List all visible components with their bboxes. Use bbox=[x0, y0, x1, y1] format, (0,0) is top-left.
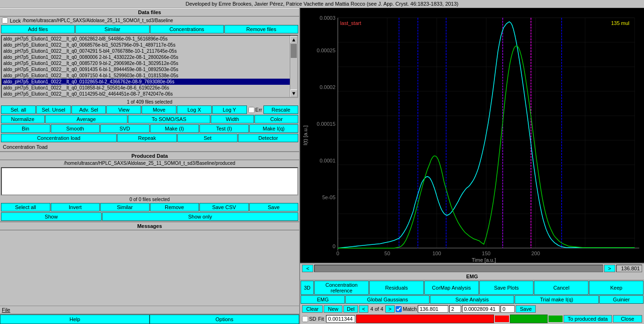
concentration-load-button[interactable]: Concentration load bbox=[1, 134, 117, 142]
nav-right-button[interactable]: > bbox=[604, 265, 615, 272]
sel-unsel-button[interactable]: Sel. Unsel bbox=[36, 105, 71, 114]
nav-right2-button[interactable]: > bbox=[385, 305, 395, 313]
log-x-button[interactable]: Log X bbox=[177, 105, 212, 114]
to-produced-button[interactable]: To produced data bbox=[564, 315, 612, 323]
control-row-4: Concentration load Repeak Set Detector bbox=[1, 134, 298, 142]
view-button[interactable]: View bbox=[106, 105, 141, 114]
save-produced-button[interactable]: Save bbox=[249, 203, 299, 211]
bottom-controls: < > 136.801 EMG 3D Concentration referen… bbox=[300, 263, 644, 324]
color-button[interactable]: Color bbox=[254, 115, 298, 123]
test-it-button[interactable]: Test (I) bbox=[199, 124, 249, 133]
adv-sel-button[interactable]: Adv. Sel bbox=[72, 105, 106, 114]
tab-3d-button[interactable]: 3D bbox=[301, 281, 314, 295]
rescale-button[interactable]: Rescale bbox=[263, 105, 298, 114]
match-checkbox[interactable] bbox=[396, 306, 402, 312]
sel-all-button[interactable]: Sel. all bbox=[1, 105, 36, 114]
svg-text:200: 200 bbox=[532, 251, 540, 256]
svd-button[interactable]: SVD bbox=[100, 124, 150, 133]
select-all-button[interactable]: Select all bbox=[1, 203, 50, 211]
emg-slider-track[interactable] bbox=[314, 265, 603, 272]
emg-slider-row: < > 136.801 bbox=[300, 264, 644, 273]
tab-global-gaussians-button[interactable]: Global Gaussians bbox=[345, 295, 429, 304]
err-checkbox[interactable] bbox=[248, 107, 254, 113]
sd-checkbox[interactable] bbox=[302, 316, 308, 322]
file-item-8[interactable]: aldo_pH7p5_Elution1_0022__lt_q0_010858-b… bbox=[2, 85, 290, 91]
file-item-1[interactable]: aldo_pH7p5_Elution1_0022__lt_q0_0068576e… bbox=[2, 42, 290, 48]
normalize-button[interactable]: Normalize bbox=[1, 115, 45, 123]
file-item-0[interactable]: aldo_pH7p5_Elution1_0022__lt_q0_0062862-… bbox=[2, 36, 290, 42]
remove-button[interactable]: Remove bbox=[150, 203, 199, 211]
save-params-button[interactable]: Save bbox=[516, 305, 536, 313]
similar-button[interactable]: Similar bbox=[75, 25, 149, 33]
help-button[interactable]: Help bbox=[0, 315, 150, 324]
file-item-6[interactable]: aldo_pH7p5_Elution1_0022__lt_q0_0097150 … bbox=[2, 73, 290, 79]
repeak-button[interactable]: Repeak bbox=[117, 134, 177, 142]
set-button[interactable]: Set bbox=[177, 134, 238, 142]
file-item-9[interactable]: aldo_pH7p5_Elution1_0022__lt_q0_0114295-… bbox=[2, 91, 290, 97]
move-button[interactable]: Move bbox=[142, 105, 176, 114]
to-somo-sas-button[interactable]: To SOMO/SAS bbox=[128, 115, 210, 123]
remove-files-button[interactable]: Remove files bbox=[224, 25, 298, 33]
produced-path: /home/ultrascan/HPLC_SAXS/Aldolase_25_11… bbox=[0, 160, 299, 166]
tab-cancel-button[interactable]: Cancel bbox=[534, 281, 588, 295]
file-item-3[interactable]: aldo_pH7p5_Elution1_0022__lt_q0_0080006 … bbox=[2, 54, 290, 60]
file-item-2[interactable]: aldo_pH7p5_Elution1_0022__lt_q0_0074291 … bbox=[2, 48, 290, 54]
detector-button[interactable]: Detector bbox=[238, 134, 298, 142]
nav-left-button[interactable]: < bbox=[302, 265, 313, 272]
file-item-4[interactable]: aldo_pH7p5_Elution1_0022__lt_q0_0085720 … bbox=[2, 60, 290, 66]
tab-concentration-reference-button[interactable]: Concentration reference bbox=[314, 281, 369, 295]
left-panel: Data files Lock /home/ultrascan/HPLC_SAX… bbox=[0, 8, 300, 324]
file-item-7[interactable]: aldo_pH7p5_Elution1_0022__lt_q0_0102865-… bbox=[2, 79, 290, 85]
tab-keep-button[interactable]: Keep bbox=[589, 281, 644, 295]
tab-guinier-button[interactable]: Guinier bbox=[599, 295, 644, 304]
add-files-button[interactable]: Add files bbox=[1, 25, 75, 33]
file-item-5[interactable]: aldo_pH7p5_Elution1_0022__lt_q0_0091435 … bbox=[2, 66, 290, 73]
tab-residuals-button[interactable]: Residuals bbox=[369, 281, 424, 295]
concentrations-button[interactable]: Concentrations bbox=[150, 25, 224, 33]
svg-rect-0 bbox=[300, 8, 644, 263]
lock-checkbox[interactable] bbox=[2, 17, 8, 24]
lock-row: Lock /home/ultrascan/HPLC_SAXS/Aldolase_… bbox=[0, 16, 299, 24]
file-list[interactable]: aldo_pH7p5_Elution1_0022__lt_q0_0062862-… bbox=[2, 36, 290, 97]
tab-row-2: EMG Global Gaussians Scale Analysis Tria… bbox=[301, 295, 644, 304]
del-button[interactable]: Del bbox=[343, 305, 358, 313]
file-menu-item[interactable]: File bbox=[2, 307, 10, 313]
width-button[interactable]: Width bbox=[211, 115, 254, 123]
save-csv-button[interactable]: Save CSV bbox=[199, 203, 249, 211]
options-button[interactable]: Options bbox=[150, 315, 299, 324]
show-button[interactable]: Show bbox=[1, 212, 102, 221]
smooth-button[interactable]: Smooth bbox=[51, 124, 100, 133]
param-val-input[interactable] bbox=[462, 305, 500, 313]
sd-label: SD bbox=[309, 316, 316, 322]
svg-text:5e-05: 5e-05 bbox=[322, 194, 335, 200]
svg-text:0.00025: 0.00025 bbox=[317, 47, 335, 53]
scroll-up-arrow[interactable]: ▲ bbox=[290, 36, 297, 43]
tab-trial-make-button[interactable]: Trial make I(q) bbox=[515, 295, 599, 304]
param2-input[interactable] bbox=[449, 305, 461, 313]
bin-button[interactable]: Bin bbox=[1, 124, 50, 133]
tab-cormap-button[interactable]: CorMap Analysis bbox=[424, 281, 479, 295]
param0-input[interactable] bbox=[501, 305, 515, 313]
red-value: 0 bbox=[495, 316, 509, 322]
show-only-button[interactable]: Show only bbox=[102, 212, 298, 221]
average-button[interactable]: Average bbox=[45, 115, 127, 123]
tab-row-1: 3D Concentration reference Residuals Cor… bbox=[301, 281, 644, 295]
file-scrollbar[interactable]: ▲ ▼ bbox=[290, 36, 297, 97]
invert-button[interactable]: Invert bbox=[51, 203, 100, 211]
produced-file-list[interactable] bbox=[1, 167, 298, 195]
make-it-button[interactable]: Make (I) bbox=[150, 124, 199, 133]
tab-emg-button[interactable]: EMG bbox=[301, 295, 345, 304]
tab-save-plots-button[interactable]: Save Plots bbox=[479, 281, 534, 295]
nav-left2-button[interactable]: < bbox=[359, 305, 368, 313]
scroll-down-arrow[interactable]: ▼ bbox=[290, 89, 297, 97]
lock-path: /home/ultrascan/HPLC_SAXS/Aldolase_25_11… bbox=[23, 18, 297, 23]
make-iq-button[interactable]: Make I(q) bbox=[249, 124, 299, 133]
similar2-button[interactable]: Similar bbox=[100, 203, 150, 211]
close-button[interactable]: Close bbox=[613, 315, 642, 323]
file-buttons-row: Add files Similar Concentrations Remove … bbox=[1, 25, 298, 33]
log-y-button[interactable]: Log Y bbox=[212, 105, 247, 114]
clear-button[interactable]: Clear bbox=[302, 305, 323, 313]
tab-scale-analysis-button[interactable]: Scale Analysis bbox=[430, 295, 514, 304]
new-button[interactable]: New bbox=[324, 305, 342, 313]
match-value-input[interactable] bbox=[418, 305, 448, 313]
